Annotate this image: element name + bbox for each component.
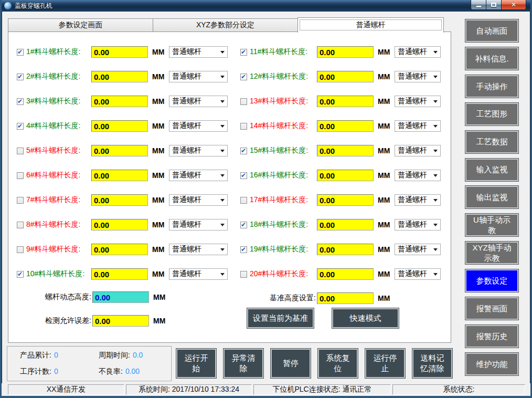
screw-type-dropdown[interactable]: 普通螺杆: [169, 219, 228, 231]
screw-type-dropdown[interactable]: 普通螺杆: [395, 71, 441, 82]
unit-label: MM: [378, 72, 393, 81]
tolerance-label: 检测允许误差:: [26, 316, 91, 326]
sidebar-button-output-monitor[interactable]: 输出监视: [465, 186, 518, 208]
sidebar-button-parameter-setting[interactable]: 参数设定: [465, 269, 518, 292]
hopper-enable-checkbox[interactable]: [17, 148, 24, 154]
hopper-enable-checkbox[interactable]: [17, 197, 24, 204]
hopper-enable-checkbox[interactable]: [17, 172, 24, 179]
hopper-length-input[interactable]: [317, 46, 374, 58]
tab-2[interactable]: XYZ参数部分设定: [153, 18, 298, 32]
screw-type-dropdown[interactable]: 普通螺杆: [395, 120, 441, 132]
hopper-length-input[interactable]: [317, 170, 374, 181]
hopper-length-input[interactable]: [317, 219, 374, 231]
hopper-length-input[interactable]: [317, 71, 374, 82]
screw-type-dropdown[interactable]: 普通螺杆: [395, 194, 441, 206]
hopper-enable-checkbox[interactable]: [17, 49, 24, 56]
hopper-length-input[interactable]: [317, 194, 374, 206]
hopper-length-input[interactable]: [91, 71, 148, 82]
screw-type-dropdown[interactable]: 普通螺杆: [395, 268, 441, 280]
hopper-enable-checkbox[interactable]: [17, 98, 24, 105]
sidebar-button-alarm-history[interactable]: 报警历史: [465, 325, 518, 348]
sidebar-button-refill-info[interactable]: 补料信息.: [465, 47, 518, 70]
hopper-enable-checkbox[interactable]: [240, 74, 247, 80]
minimize-button[interactable]: [471, 0, 486, 10]
hopper-length-input[interactable]: [91, 170, 148, 181]
base-height-input[interactable]: [317, 292, 374, 304]
hopper-enable-checkbox[interactable]: [240, 271, 247, 278]
hopper-label: 1#料斗螺杆长度:: [26, 47, 91, 57]
run-start-button[interactable]: 运行开 始: [176, 349, 216, 378]
chevron-down-icon: [220, 273, 225, 278]
chevron-down-icon: [433, 224, 438, 228]
screw-type-dropdown[interactable]: 普通螺杆: [395, 219, 441, 231]
hopper-length-input[interactable]: [91, 46, 148, 58]
screw-type-dropdown[interactable]: 普通螺杆: [169, 120, 228, 132]
screw-type-dropdown[interactable]: 普通螺杆: [169, 96, 228, 107]
hopper-enable-checkbox[interactable]: [17, 246, 24, 253]
screw-type-dropdown[interactable]: 普通螺杆: [395, 46, 441, 58]
sidebar-button-process-graphics[interactable]: 工艺图形: [465, 103, 518, 125]
screw-type-dropdown[interactable]: 普通螺杆: [395, 145, 441, 156]
hopper-length-input[interactable]: [91, 120, 148, 132]
hopper-enable-checkbox[interactable]: [240, 222, 247, 228]
close-button[interactable]: ✕: [502, 0, 526, 10]
dynamic-height-input[interactable]: [92, 291, 149, 303]
maximize-button[interactable]: [486, 0, 502, 10]
hopper-enable-checkbox[interactable]: [240, 123, 247, 130]
run-stop-button[interactable]: 运行停 止: [365, 349, 405, 378]
hopper-enable-checkbox[interactable]: [17, 74, 24, 80]
feed-memory-clear-button[interactable]: 送料记 忆清除: [412, 349, 452, 378]
screw-type-dropdown[interactable]: 普通螺杆: [395, 244, 441, 255]
hopper-enable-checkbox[interactable]: [240, 172, 247, 179]
tab-1[interactable]: 参数设定画面: [8, 18, 153, 32]
screw-type-dropdown[interactable]: 普通螺杆: [169, 244, 228, 255]
sidebar-button-xyz-axis-teach[interactable]: XYZ轴手动 示教: [465, 242, 518, 264]
screw-type-dropdown[interactable]: 普通螺杆: [395, 96, 441, 107]
sidebar-button-u-axis-teach[interactable]: U轴手动示 教: [465, 214, 518, 236]
unit-label: MM: [378, 146, 393, 155]
hopper-enable-checkbox[interactable]: [17, 222, 24, 228]
screw-type-dropdown[interactable]: 普通螺杆: [169, 71, 228, 82]
app-icon: [4, 2, 12, 9]
hopper-length-input[interactable]: [91, 244, 148, 255]
set-current-as-base-button[interactable]: 设置当前为基准: [247, 308, 314, 328]
tab-3[interactable]: 普通螺杆: [297, 17, 444, 33]
hopper-length-input[interactable]: [91, 145, 148, 156]
hopper-length-input[interactable]: [317, 268, 374, 280]
error-clear-button[interactable]: 异常清 除: [224, 349, 263, 378]
fast-mode-button[interactable]: 快速模式: [332, 308, 399, 328]
tolerance-input[interactable]: [92, 315, 149, 327]
hopper-enable-checkbox[interactable]: [240, 49, 247, 56]
screw-type-dropdown[interactable]: 普通螺杆: [169, 170, 228, 181]
screw-type-dropdown[interactable]: 普通螺杆: [169, 145, 228, 156]
sidebar-button-input-monitor[interactable]: 输入监视: [465, 159, 518, 181]
hopper-length-input[interactable]: [91, 96, 148, 107]
sidebar-button-process-data[interactable]: 工艺数据: [465, 131, 518, 153]
sidebar-button-manual-operation[interactable]: 手动操作: [465, 75, 518, 98]
hopper-length-input[interactable]: [317, 96, 374, 107]
hopper-length-input[interactable]: [317, 145, 374, 156]
sidebar-button-alarm-screen[interactable]: 报警画面: [465, 297, 518, 320]
hopper-label: 6#料斗螺杆长度:: [26, 171, 91, 180]
sidebar-button-maintenance[interactable]: 维护功能: [465, 353, 518, 375]
hopper-length-input[interactable]: [91, 268, 148, 280]
hopper-length-input[interactable]: [91, 219, 148, 231]
hopper-length-input[interactable]: [91, 194, 148, 206]
system-reset-button[interactable]: 系统复 位: [318, 349, 358, 378]
screw-type-dropdown[interactable]: 普通螺杆: [395, 170, 441, 181]
hopper-enable-checkbox[interactable]: [17, 271, 24, 278]
screw-type-dropdown[interactable]: 普通螺杆: [169, 194, 228, 206]
hopper-enable-checkbox[interactable]: [240, 197, 247, 204]
pause-button[interactable]: 暂停: [271, 349, 311, 378]
hopper-length-input[interactable]: [317, 120, 374, 132]
screw-type-dropdown[interactable]: 普通螺杆: [169, 268, 228, 280]
hopper-length-input[interactable]: [317, 244, 374, 255]
screw-type-dropdown[interactable]: 普通螺杆: [169, 46, 228, 58]
hopper-enable-checkbox[interactable]: [17, 123, 24, 130]
hopper-label: 7#料斗螺杆长度:: [26, 195, 91, 205]
hopper-enable-checkbox[interactable]: [240, 98, 247, 105]
sidebar-button-auto-screen[interactable]: 自动画面: [465, 19, 518, 42]
chevron-down-icon: [433, 125, 438, 130]
hopper-enable-checkbox[interactable]: [240, 246, 247, 253]
hopper-enable-checkbox[interactable]: [240, 148, 247, 154]
